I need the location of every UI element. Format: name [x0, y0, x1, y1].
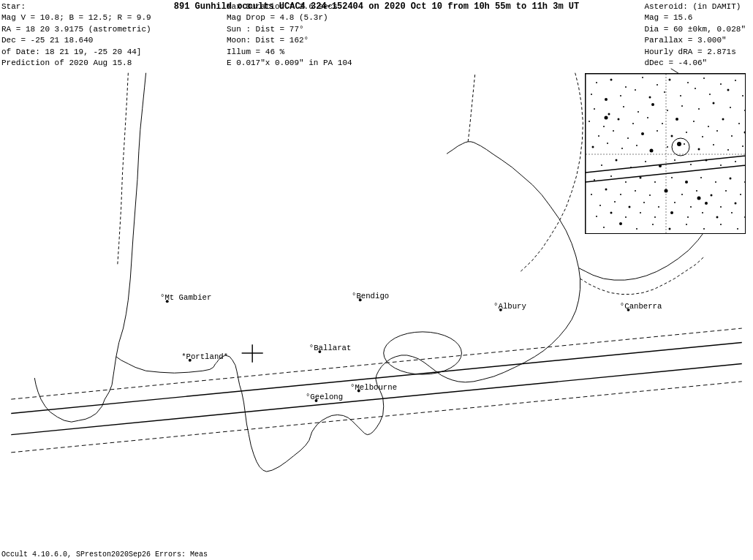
svg-point-56	[607, 143, 608, 144]
svg-point-4	[642, 77, 643, 78]
svg-point-5	[656, 84, 658, 86]
svg-point-82	[654, 181, 656, 183]
svg-point-50	[686, 132, 687, 133]
bendigo-label: °Bendigo	[352, 292, 389, 300]
asteroid-info: Asteroid: (in DAMIT) Mag = 15.6 Dia = 60…	[644, 1, 746, 69]
svg-point-57	[621, 148, 623, 149]
svg-point-3	[625, 86, 627, 88]
svg-point-101	[614, 201, 616, 203]
svg-point-36	[632, 123, 634, 124]
svg-point-124	[652, 224, 654, 225]
main-container: 891 Gunhild occults UCAC4 324-152404 on …	[0, 0, 753, 560]
svg-point-106	[690, 206, 692, 208]
ballarat-label: °Ballarat	[309, 344, 352, 352]
svg-point-61	[684, 143, 685, 145]
svg-point-2	[610, 79, 613, 81]
svg-point-34	[603, 126, 605, 127]
svg-point-125	[669, 228, 671, 230]
svg-point-119	[731, 212, 733, 213]
svg-point-76	[720, 164, 722, 166]
svg-point-77	[735, 161, 736, 162]
svg-point-98	[725, 190, 727, 192]
dashed-north-sa	[118, 73, 129, 265]
svg-point-42	[722, 118, 724, 121]
svg-point-65	[742, 145, 743, 147]
albury-label: °Albury	[493, 302, 526, 311]
svg-point-51	[702, 136, 703, 137]
svg-point-135	[605, 116, 608, 120]
svg-point-18	[695, 88, 696, 89]
star-dec: Dec = -25 21 18.640	[1, 35, 151, 46]
svg-point-97	[711, 194, 713, 197]
svg-point-99	[740, 194, 741, 195]
footer: Occult 4.10.6.0, SPreston2020Sep26 Error…	[1, 550, 208, 559]
occ-path-dashed-2	[11, 382, 742, 453]
svg-point-7	[687, 82, 689, 83]
svg-point-11	[591, 94, 592, 95]
svg-point-8	[703, 77, 705, 79]
svg-point-24	[623, 106, 624, 107]
svg-point-126	[686, 224, 687, 225]
svg-point-41	[708, 126, 709, 127]
svg-point-59	[650, 149, 654, 153]
svg-point-88	[744, 181, 746, 183]
svg-point-60	[667, 146, 668, 148]
svg-point-13	[620, 95, 621, 97]
asteroid-parallax: Parallax = 3.000"	[644, 35, 746, 46]
svg-point-12	[605, 98, 608, 101]
occ-path-1	[11, 342, 742, 413]
svg-point-72	[659, 164, 662, 167]
mag-drop: Mag Drop = 4.8 (5.3r)	[227, 12, 352, 23]
svg-point-21	[742, 95, 743, 97]
star-ra: RA = 18 20 3.9175 (astrometric)	[1, 24, 151, 35]
star-label: Star:	[1, 1, 151, 12]
svg-point-22	[594, 108, 595, 110]
svg-point-78	[594, 179, 595, 181]
asteroid-dia: Dia = 60 ±0km, 0.028"	[644, 24, 746, 35]
portland-label: *Portland*	[181, 352, 228, 361]
svg-point-15	[649, 97, 651, 99]
svg-point-69	[616, 159, 618, 162]
svg-point-102	[629, 206, 631, 208]
footer-text: Occult 4.10.6.0, SPreston2020Sep26 Error…	[1, 550, 208, 559]
svg-point-81	[640, 177, 642, 179]
svg-point-38	[662, 123, 663, 124]
star-mag: Mag V = 10.8; B = 12.5; R = 9.9	[1, 12, 151, 23]
asteroid-mag: Mag = 15.6	[644, 12, 746, 23]
coastline-sa	[34, 73, 145, 422]
svg-point-37	[647, 117, 648, 118]
svg-point-16	[664, 91, 665, 93]
svg-point-83	[671, 177, 673, 178]
svg-point-96	[696, 190, 697, 192]
asteroid-label: Asteroid: (in DAMIT)	[644, 1, 746, 12]
svg-point-122	[619, 222, 622, 225]
illum: Illum = 46 %	[227, 47, 352, 58]
svg-point-32	[744, 110, 746, 111]
svg-point-58	[636, 145, 637, 146]
svg-point-79	[610, 175, 612, 177]
svg-point-103	[643, 202, 645, 203]
svg-point-123	[636, 228, 637, 230]
svg-point-85	[700, 177, 702, 178]
svg-point-104	[658, 206, 659, 208]
svg-point-45	[613, 130, 614, 132]
svg-point-52	[716, 130, 718, 132]
svg-point-63	[713, 144, 714, 145]
svg-point-108	[720, 206, 722, 208]
svg-point-39	[676, 118, 678, 121]
svg-point-89	[591, 194, 592, 195]
svg-point-68	[601, 164, 602, 166]
svg-point-19	[709, 94, 711, 95]
svg-point-17	[680, 95, 681, 97]
svg-point-129	[737, 228, 738, 230]
svg-point-107	[705, 202, 708, 205]
svg-point-115	[670, 211, 673, 214]
mt-gambier-label: °Mt Gambier	[160, 293, 211, 302]
star-ofdate: of Date: 18 21 19, -25 20 44]	[1, 47, 151, 58]
svg-point-95	[681, 194, 683, 195]
svg-point-49	[671, 135, 673, 137]
svg-point-91	[620, 194, 621, 195]
svg-point-73	[674, 159, 676, 161]
svg-point-62	[698, 148, 700, 151]
asteroid-ellipse	[384, 332, 462, 374]
